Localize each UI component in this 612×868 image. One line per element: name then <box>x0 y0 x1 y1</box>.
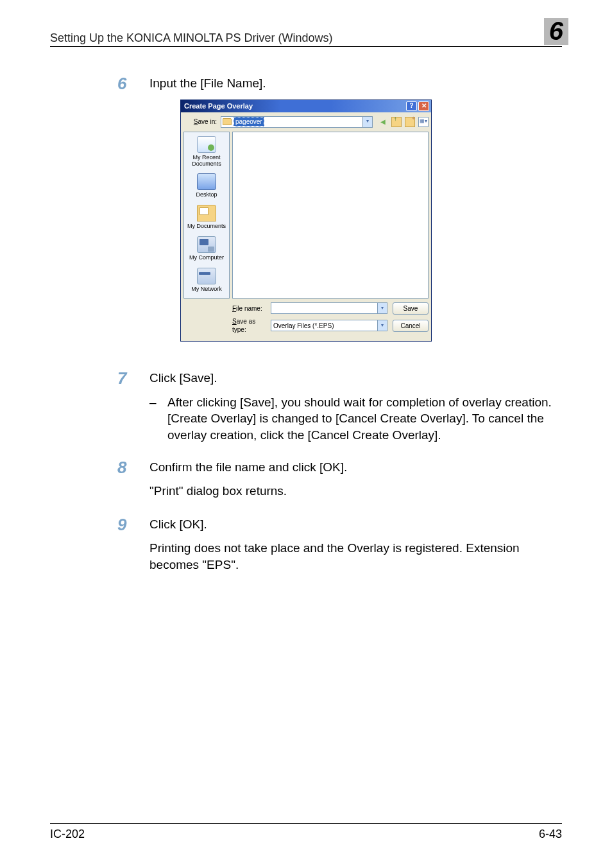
up-folder-icon[interactable]: ↑ <box>391 117 402 127</box>
chevron-down-icon[interactable]: ▾ <box>362 117 372 127</box>
my-network-icon <box>197 268 216 284</box>
views-icon[interactable]: ▦▾ <box>418 117 429 127</box>
dialog-title: Create Page Overlay <box>183 101 405 111</box>
step-6: 6 Input the [File Name]. Create Page Ove… <box>117 75 562 361</box>
step-9-text: Click [OK]. <box>149 516 562 533</box>
chevron-down-icon[interactable]: ▾ <box>377 303 387 313</box>
step-9: 9 Click [OK]. Printing does not take pla… <box>117 516 562 581</box>
footer-left: IC-202 <box>50 828 85 841</box>
save-in-value: pageover <box>234 117 264 127</box>
savetype-value: Overlay Files (*.EPS) <box>273 322 334 331</box>
save-in-dropdown[interactable]: pageover ▾ <box>221 116 373 128</box>
cancel-button[interactable]: Cancel <box>393 320 429 332</box>
place-mydocs[interactable]: My Documents <box>187 205 226 230</box>
create-page-overlay-dialog: Create Page Overlay ? ✕ Save in: pageove… <box>180 100 432 342</box>
file-list-area[interactable] <box>232 132 429 299</box>
step-8-text: Confirm the file name and click [OK]. <box>149 459 562 476</box>
filename-input[interactable]: ▾ <box>271 302 387 314</box>
dialog-toolbar: ◀ ↑ ✶ ▦▾ <box>373 117 429 127</box>
places-bar: My Recent Documents Desktop My Documents <box>183 132 230 299</box>
place-mydocs-label: My Documents <box>187 223 226 230</box>
savetype-label: Save as type: <box>232 317 271 334</box>
desktop-icon <box>197 173 216 190</box>
place-desktop[interactable]: Desktop <box>196 173 217 198</box>
folder-icon <box>223 118 232 125</box>
bullet-dash: – <box>149 394 167 444</box>
place-mycomp[interactable]: My Computer <box>189 236 224 261</box>
step-number: 8 <box>117 459 149 507</box>
my-computer-icon <box>197 236 216 253</box>
help-icon[interactable]: ? <box>406 101 417 111</box>
footer-right: 6-43 <box>539 828 562 841</box>
step-7-text: Click [Save]. <box>149 370 562 386</box>
my-documents-icon <box>197 205 216 221</box>
place-mynet[interactable]: My Network <box>191 268 222 293</box>
step-8: 8 Confirm the file name and click [OK]. … <box>117 459 562 507</box>
step-number: 6 <box>117 75 149 361</box>
place-mycomp-label: My Computer <box>189 255 224 261</box>
page-header: Setting Up the KONICA MINOLTA PS Driver … <box>50 18 562 47</box>
page-footer: IC-202 6-43 <box>50 823 562 841</box>
place-recent[interactable]: My Recent Documents <box>192 136 221 168</box>
step-9-para2: Printing does not take place and the Ove… <box>149 540 562 573</box>
savetype-dropdown[interactable]: Overlay Files (*.EPS) ▾ <box>271 320 387 331</box>
save-in-label: Save in: <box>183 117 221 126</box>
new-folder-icon[interactable]: ✶ <box>405 117 415 127</box>
close-icon[interactable]: ✕ <box>418 101 429 111</box>
chapter-number: 6 <box>549 17 563 45</box>
filename-label: File name: <box>232 304 271 313</box>
step-number: 9 <box>117 516 149 581</box>
back-icon[interactable]: ◀ <box>378 117 388 127</box>
step-6-text: Input the [File Name]. <box>149 75 562 92</box>
chevron-down-icon[interactable]: ▾ <box>377 320 387 331</box>
step-7-bullet: After clicking [Save], you should wait f… <box>167 394 562 444</box>
header-title: Setting Up the KONICA MINOLTA PS Driver … <box>50 31 332 45</box>
save-button[interactable]: Save <box>393 302 429 315</box>
place-recent-label: My Recent Documents <box>192 155 221 168</box>
step-7: 7 Click [Save]. – After clicking [Save],… <box>117 370 562 450</box>
place-desktop-label: Desktop <box>196 192 217 198</box>
chapter-indicator: 6 <box>544 18 568 45</box>
dialog-titlebar[interactable]: Create Page Overlay ? ✕ <box>181 100 431 112</box>
recent-documents-icon <box>197 136 216 153</box>
step-8-para2: "Print" dialog box returns. <box>149 483 562 499</box>
place-mynet-label: My Network <box>191 286 222 293</box>
step-number: 7 <box>117 370 149 450</box>
